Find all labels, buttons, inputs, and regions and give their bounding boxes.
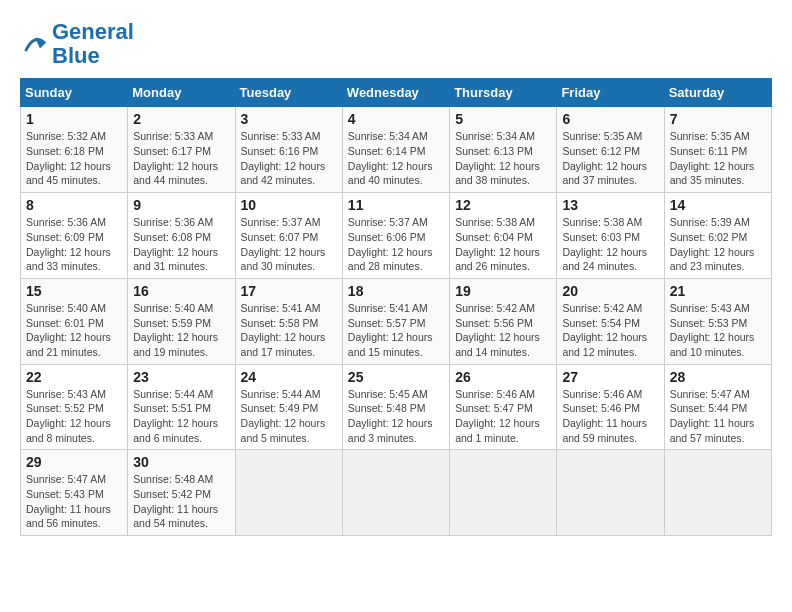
day-info: Sunrise: 5:45 AM Sunset: 5:48 PM Dayligh… (348, 387, 444, 446)
calendar-day-cell (557, 450, 664, 536)
calendar-day-cell: 25Sunrise: 5:45 AM Sunset: 5:48 PM Dayli… (342, 364, 449, 450)
calendar-week-row: 1Sunrise: 5:32 AM Sunset: 6:18 PM Daylig… (21, 107, 772, 193)
calendar-table: SundayMondayTuesdayWednesdayThursdayFrid… (20, 78, 772, 536)
weekday-header: Sunday (21, 79, 128, 107)
day-number: 5 (455, 111, 551, 127)
day-number: 4 (348, 111, 444, 127)
calendar-header-row: SundayMondayTuesdayWednesdayThursdayFrid… (21, 79, 772, 107)
calendar-day-cell: 6Sunrise: 5:35 AM Sunset: 6:12 PM Daylig… (557, 107, 664, 193)
calendar-day-cell: 26Sunrise: 5:46 AM Sunset: 5:47 PM Dayli… (450, 364, 557, 450)
day-number: 23 (133, 369, 229, 385)
day-number: 9 (133, 197, 229, 213)
day-number: 1 (26, 111, 122, 127)
weekday-header: Tuesday (235, 79, 342, 107)
day-info: Sunrise: 5:32 AM Sunset: 6:18 PM Dayligh… (26, 129, 122, 188)
calendar-day-cell: 29Sunrise: 5:47 AM Sunset: 5:43 PM Dayli… (21, 450, 128, 536)
weekday-header: Friday (557, 79, 664, 107)
calendar-week-row: 29Sunrise: 5:47 AM Sunset: 5:43 PM Dayli… (21, 450, 772, 536)
calendar-week-row: 15Sunrise: 5:40 AM Sunset: 6:01 PM Dayli… (21, 278, 772, 364)
calendar-day-cell (342, 450, 449, 536)
calendar-day-cell: 24Sunrise: 5:44 AM Sunset: 5:49 PM Dayli… (235, 364, 342, 450)
day-info: Sunrise: 5:40 AM Sunset: 5:59 PM Dayligh… (133, 301, 229, 360)
day-info: Sunrise: 5:43 AM Sunset: 5:52 PM Dayligh… (26, 387, 122, 446)
calendar-day-cell: 20Sunrise: 5:42 AM Sunset: 5:54 PM Dayli… (557, 278, 664, 364)
day-number: 26 (455, 369, 551, 385)
day-number: 7 (670, 111, 766, 127)
logo-text: GeneralBlue (52, 20, 134, 68)
calendar-day-cell: 21Sunrise: 5:43 AM Sunset: 5:53 PM Dayli… (664, 278, 771, 364)
day-info: Sunrise: 5:38 AM Sunset: 6:03 PM Dayligh… (562, 215, 658, 274)
day-info: Sunrise: 5:34 AM Sunset: 6:13 PM Dayligh… (455, 129, 551, 188)
day-number: 11 (348, 197, 444, 213)
day-number: 14 (670, 197, 766, 213)
calendar-day-cell: 27Sunrise: 5:46 AM Sunset: 5:46 PM Dayli… (557, 364, 664, 450)
calendar-day-cell (235, 450, 342, 536)
calendar-day-cell: 13Sunrise: 5:38 AM Sunset: 6:03 PM Dayli… (557, 193, 664, 279)
day-info: Sunrise: 5:46 AM Sunset: 5:47 PM Dayligh… (455, 387, 551, 446)
day-info: Sunrise: 5:33 AM Sunset: 6:17 PM Dayligh… (133, 129, 229, 188)
day-info: Sunrise: 5:43 AM Sunset: 5:53 PM Dayligh… (670, 301, 766, 360)
calendar-week-row: 8Sunrise: 5:36 AM Sunset: 6:09 PM Daylig… (21, 193, 772, 279)
day-number: 18 (348, 283, 444, 299)
day-info: Sunrise: 5:44 AM Sunset: 5:51 PM Dayligh… (133, 387, 229, 446)
day-number: 30 (133, 454, 229, 470)
day-info: Sunrise: 5:36 AM Sunset: 6:08 PM Dayligh… (133, 215, 229, 274)
day-number: 2 (133, 111, 229, 127)
day-info: Sunrise: 5:46 AM Sunset: 5:46 PM Dayligh… (562, 387, 658, 446)
day-number: 28 (670, 369, 766, 385)
day-number: 16 (133, 283, 229, 299)
calendar-day-cell: 10Sunrise: 5:37 AM Sunset: 6:07 PM Dayli… (235, 193, 342, 279)
calendar-day-cell: 28Sunrise: 5:47 AM Sunset: 5:44 PM Dayli… (664, 364, 771, 450)
day-info: Sunrise: 5:47 AM Sunset: 5:44 PM Dayligh… (670, 387, 766, 446)
calendar-day-cell: 5Sunrise: 5:34 AM Sunset: 6:13 PM Daylig… (450, 107, 557, 193)
day-info: Sunrise: 5:47 AM Sunset: 5:43 PM Dayligh… (26, 472, 122, 531)
calendar-day-cell (664, 450, 771, 536)
day-info: Sunrise: 5:41 AM Sunset: 5:58 PM Dayligh… (241, 301, 337, 360)
day-number: 3 (241, 111, 337, 127)
calendar-day-cell: 7Sunrise: 5:35 AM Sunset: 6:11 PM Daylig… (664, 107, 771, 193)
day-info: Sunrise: 5:36 AM Sunset: 6:09 PM Dayligh… (26, 215, 122, 274)
day-number: 21 (670, 283, 766, 299)
day-number: 27 (562, 369, 658, 385)
day-number: 10 (241, 197, 337, 213)
calendar-week-row: 22Sunrise: 5:43 AM Sunset: 5:52 PM Dayli… (21, 364, 772, 450)
day-number: 19 (455, 283, 551, 299)
day-number: 15 (26, 283, 122, 299)
day-number: 8 (26, 197, 122, 213)
day-info: Sunrise: 5:37 AM Sunset: 6:06 PM Dayligh… (348, 215, 444, 274)
day-info: Sunrise: 5:41 AM Sunset: 5:57 PM Dayligh… (348, 301, 444, 360)
day-info: Sunrise: 5:39 AM Sunset: 6:02 PM Dayligh… (670, 215, 766, 274)
logo: GeneralBlue (20, 20, 134, 68)
day-info: Sunrise: 5:35 AM Sunset: 6:12 PM Dayligh… (562, 129, 658, 188)
calendar-day-cell: 23Sunrise: 5:44 AM Sunset: 5:51 PM Dayli… (128, 364, 235, 450)
day-info: Sunrise: 5:33 AM Sunset: 6:16 PM Dayligh… (241, 129, 337, 188)
calendar-day-cell: 22Sunrise: 5:43 AM Sunset: 5:52 PM Dayli… (21, 364, 128, 450)
day-number: 22 (26, 369, 122, 385)
calendar-day-cell: 17Sunrise: 5:41 AM Sunset: 5:58 PM Dayli… (235, 278, 342, 364)
day-info: Sunrise: 5:42 AM Sunset: 5:56 PM Dayligh… (455, 301, 551, 360)
day-number: 6 (562, 111, 658, 127)
day-number: 25 (348, 369, 444, 385)
calendar-day-cell: 8Sunrise: 5:36 AM Sunset: 6:09 PM Daylig… (21, 193, 128, 279)
calendar-day-cell: 11Sunrise: 5:37 AM Sunset: 6:06 PM Dayli… (342, 193, 449, 279)
day-info: Sunrise: 5:35 AM Sunset: 6:11 PM Dayligh… (670, 129, 766, 188)
weekday-header: Thursday (450, 79, 557, 107)
day-info: Sunrise: 5:40 AM Sunset: 6:01 PM Dayligh… (26, 301, 122, 360)
weekday-header: Monday (128, 79, 235, 107)
calendar-day-cell: 14Sunrise: 5:39 AM Sunset: 6:02 PM Dayli… (664, 193, 771, 279)
calendar-day-cell: 30Sunrise: 5:48 AM Sunset: 5:42 PM Dayli… (128, 450, 235, 536)
day-number: 12 (455, 197, 551, 213)
day-info: Sunrise: 5:42 AM Sunset: 5:54 PM Dayligh… (562, 301, 658, 360)
calendar-day-cell: 12Sunrise: 5:38 AM Sunset: 6:04 PM Dayli… (450, 193, 557, 279)
calendar-day-cell (450, 450, 557, 536)
day-number: 20 (562, 283, 658, 299)
day-info: Sunrise: 5:37 AM Sunset: 6:07 PM Dayligh… (241, 215, 337, 274)
weekday-header: Wednesday (342, 79, 449, 107)
day-number: 29 (26, 454, 122, 470)
calendar-day-cell: 4Sunrise: 5:34 AM Sunset: 6:14 PM Daylig… (342, 107, 449, 193)
calendar-day-cell: 18Sunrise: 5:41 AM Sunset: 5:57 PM Dayli… (342, 278, 449, 364)
calendar-day-cell: 9Sunrise: 5:36 AM Sunset: 6:08 PM Daylig… (128, 193, 235, 279)
day-info: Sunrise: 5:38 AM Sunset: 6:04 PM Dayligh… (455, 215, 551, 274)
calendar-day-cell: 15Sunrise: 5:40 AM Sunset: 6:01 PM Dayli… (21, 278, 128, 364)
logo-icon (20, 30, 48, 58)
